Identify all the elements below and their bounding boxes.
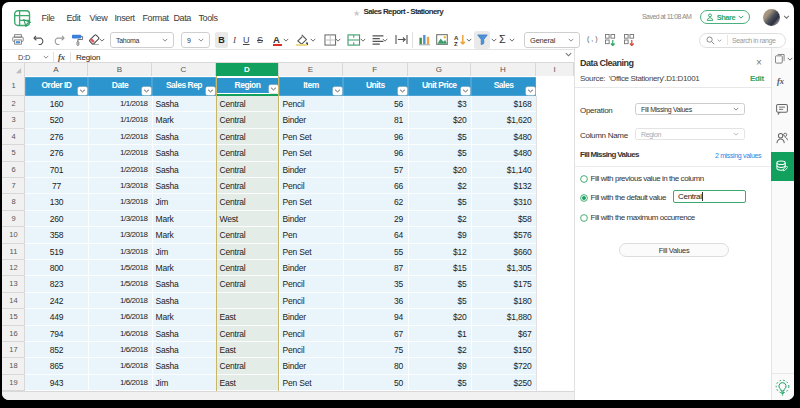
svg-text:A: A [454, 35, 459, 41]
svg-text:Z: Z [454, 41, 458, 46]
